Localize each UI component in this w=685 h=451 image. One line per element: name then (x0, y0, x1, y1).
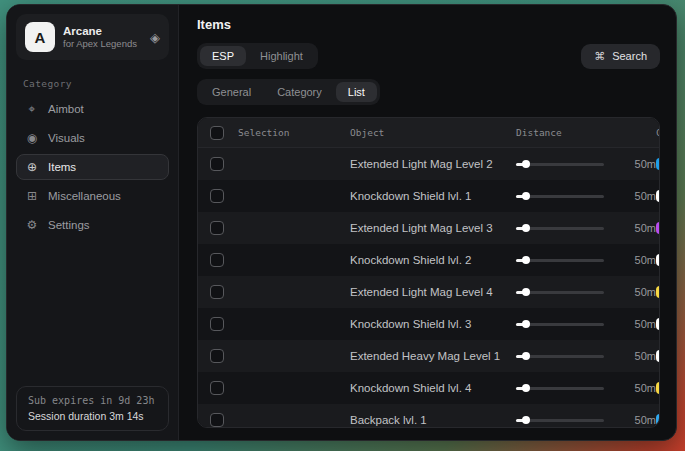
slider-handle[interactable] (522, 160, 530, 168)
tab-list[interactable]: List (336, 82, 377, 102)
crosshair-icon: ⌖ (25, 102, 39, 116)
select-all-checkbox[interactable] (210, 126, 224, 140)
session-duration-text: Session duration 3m 14s (28, 410, 157, 422)
distance-slider[interactable] (516, 387, 604, 390)
color-swatch[interactable] (656, 158, 660, 170)
sidebar-section-label: Category (23, 78, 162, 89)
sidebar: A Arcane for Apex Legends ◈ Category ⌖ A… (7, 5, 179, 440)
color-swatch[interactable] (656, 286, 660, 298)
object-name: Knockdown Shield lvl. 2 (350, 254, 516, 266)
slider-handle[interactable] (522, 192, 530, 200)
sidebar-item-aimbot[interactable]: ⌖ Aimbot (16, 96, 169, 122)
row-checkbox[interactable] (210, 157, 224, 171)
command-icon: ⌘ (594, 50, 605, 63)
distance-value: 50m (618, 254, 656, 266)
distance-value: 50m (618, 350, 656, 362)
color-swatch[interactable] (656, 190, 660, 202)
distance-slider[interactable] (516, 227, 604, 230)
page-title: Items (197, 17, 660, 32)
slider-handle[interactable] (522, 224, 530, 232)
col-header-distance: Distance (516, 127, 618, 138)
sidebar-item-miscellaneous[interactable]: ⊞ Miscellaneous (16, 183, 169, 209)
sidebar-item-label: Aimbot (48, 103, 84, 115)
items-table: Selection Object Distance Color Extended… (197, 117, 660, 428)
distance-slider[interactable] (516, 323, 604, 326)
theme-icon[interactable]: ◈ (150, 30, 160, 45)
distance-value: 50m (618, 414, 656, 426)
distance-slider[interactable] (516, 259, 604, 262)
distance-value: 50m (618, 286, 656, 298)
slider-handle[interactable] (522, 352, 530, 360)
object-name: Knockdown Shield lvl. 3 (350, 318, 516, 330)
tab-general[interactable]: General (200, 82, 263, 102)
toolbar: ESPHighlight ⌘ Search (197, 43, 660, 69)
subscription-status-card: Sub expires in 9d 23h Session duration 3… (16, 386, 169, 431)
gear-icon: ⚙ (25, 218, 39, 232)
slider-handle[interactable] (522, 416, 530, 424)
color-swatch[interactable] (656, 382, 660, 394)
tab-highlight[interactable]: Highlight (248, 46, 315, 66)
col-header-color: Color (656, 127, 660, 138)
row-checkbox[interactable] (210, 349, 224, 363)
tab-esp[interactable]: ESP (200, 46, 246, 66)
row-checkbox[interactable] (210, 253, 224, 267)
object-name: Knockdown Shield lvl. 1 (350, 190, 516, 202)
row-checkbox[interactable] (210, 381, 224, 395)
row-checkbox[interactable] (210, 317, 224, 331)
distance-value: 50m (618, 158, 656, 170)
brand-card: A Arcane for Apex Legends ◈ (16, 14, 169, 60)
distance-value: 50m (618, 318, 656, 330)
row-checkbox[interactable] (210, 221, 224, 235)
table-row: Knockdown Shield lvl. 4 50m (198, 372, 659, 404)
app-window: A Arcane for Apex Legends ◈ Category ⌖ A… (6, 4, 677, 441)
distance-slider[interactable] (516, 419, 604, 422)
slider-handle[interactable] (522, 288, 530, 296)
slider-handle[interactable] (522, 384, 530, 392)
color-swatch[interactable] (656, 414, 660, 426)
table-row: Knockdown Shield lvl. 3 50m (198, 308, 659, 340)
object-name: Knockdown Shield lvl. 4 (350, 382, 516, 394)
distance-value: 50m (618, 190, 656, 202)
search-button[interactable]: ⌘ Search (581, 44, 660, 69)
sidebar-item-label: Items (48, 161, 76, 173)
slider-handle[interactable] (522, 256, 530, 264)
color-swatch[interactable] (656, 318, 660, 330)
object-name: Extended Light Mag Level 4 (350, 286, 516, 298)
distance-slider[interactable] (516, 195, 604, 198)
table-header-row: Selection Object Distance Color (198, 118, 659, 148)
distance-slider[interactable] (516, 291, 604, 294)
mode-tab-group: ESPHighlight (197, 43, 318, 69)
sidebar-item-label: Miscellaneous (48, 190, 121, 202)
sidebar-nav: ⌖ Aimbot ◉ Visuals ⊕ Items ⊞ Miscellaneo… (7, 96, 178, 238)
row-checkbox[interactable] (210, 285, 224, 299)
tab-category[interactable]: Category (265, 82, 334, 102)
distance-slider[interactable] (516, 163, 604, 166)
table-row: Extended Light Mag Level 2 50m (198, 148, 659, 180)
grid-icon: ⊞ (25, 189, 39, 203)
app-logo: A (25, 22, 55, 52)
eye-icon: ◉ (25, 131, 39, 145)
color-swatch[interactable] (656, 222, 660, 234)
sidebar-item-settings[interactable]: ⚙ Settings (16, 212, 169, 238)
object-name: Backpack lvl. 1 (350, 414, 516, 426)
app-name: Arcane (63, 24, 142, 38)
sidebar-item-items[interactable]: ⊕ Items (16, 154, 169, 180)
view-tab-group: GeneralCategoryList (197, 79, 380, 105)
table-row: Knockdown Shield lvl. 1 50m (198, 180, 659, 212)
table-row: Extended Heavy Mag Level 1 50m (198, 340, 659, 372)
target-icon: ⊕ (25, 160, 39, 174)
sidebar-item-label: Visuals (48, 132, 85, 144)
row-checkbox[interactable] (210, 413, 224, 427)
object-name: Extended Light Mag Level 2 (350, 158, 516, 170)
table-row: Extended Light Mag Level 4 50m (198, 276, 659, 308)
search-button-label: Search (612, 50, 647, 62)
row-checkbox[interactable] (210, 189, 224, 203)
sidebar-item-visuals[interactable]: ◉ Visuals (16, 125, 169, 151)
slider-handle[interactable] (522, 320, 530, 328)
color-swatch[interactable] (656, 254, 660, 266)
distance-slider[interactable] (516, 355, 604, 358)
col-header-selection: Selection (238, 127, 350, 138)
main-panel: Items ESPHighlight ⌘ Search GeneralCateg… (179, 5, 676, 440)
color-swatch[interactable] (656, 350, 660, 362)
table-row: Knockdown Shield lvl. 2 50m (198, 244, 659, 276)
